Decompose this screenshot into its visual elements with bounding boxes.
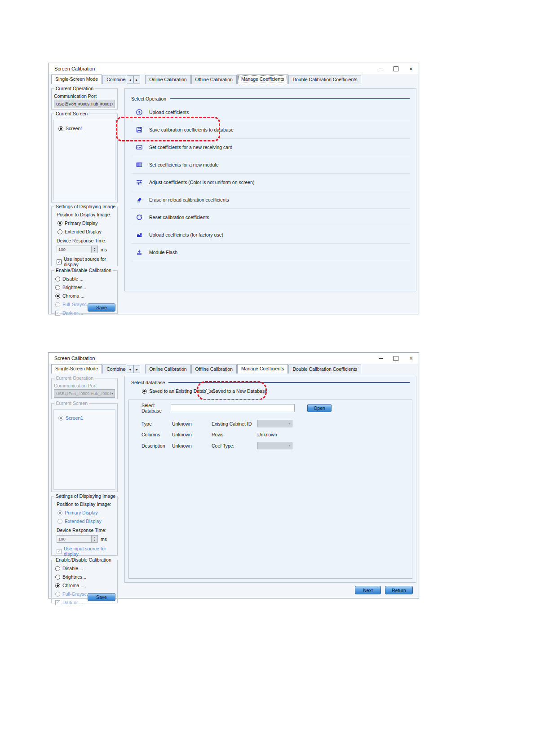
tab-manage-coefficients[interactable]: Manage Coefficients [237,364,288,374]
operation-module-flash[interactable]: Module Flash [131,244,410,261]
current-operation-group: Current Operation Communication Port USB… [51,88,118,110]
close-button[interactable]: ✕ [403,353,419,364]
brightness-radio[interactable] [55,575,60,580]
operation-set-coefficients-receiving-card[interactable]: Set coefficients for a new receiving car… [131,139,410,156]
settings-displaying-image-group: Settings of Displaying Image Position to… [51,496,118,556]
communication-port-label: Communication Port [54,93,115,99]
disable-radio[interactable] [55,566,60,571]
tab-online-calibration[interactable]: Online Calibration [145,365,190,374]
save-button[interactable]: Save [88,593,115,601]
tab-single-screen-mode[interactable]: Single-Screen Mode [51,364,102,374]
operation-label: Upload coefficinets (for factory use) [149,232,223,237]
operation-set-coefficients-module[interactable]: Set coefficients for a new module [131,156,410,174]
reset-circular-arrow-icon [136,214,143,221]
manage-coefficients-panel: Select Operation Upload coefficients Sav… [124,88,416,291]
return-button[interactable]: Return [385,586,413,594]
chroma-radio[interactable] [55,583,60,588]
response-time-value [57,536,91,542]
response-time-value[interactable] [57,246,91,253]
operation-label: Upload coefficients [149,110,189,115]
existing-database-radio[interactable] [142,389,147,394]
operation-reset-coefficients[interactable]: Reset calibration coefficients [131,209,410,226]
existing-cabinet-id-select: ▾ [257,420,292,427]
check-icon: ✓ [56,601,60,605]
full-grayscale-label: Full-Graysc.. [62,591,89,597]
communication-port-select[interactable]: USB@Port_#0009.Hub_#0001 ▾ [54,100,115,108]
minimize-button[interactable] [373,353,388,364]
operation-save-coefficients-to-database[interactable]: Save calibration coefficients to databas… [131,121,410,139]
settings-displaying-image-group: Settings of Displaying Image Position to… [51,207,118,266]
tab-double-calibration-coefficients[interactable]: Double Calibration Coefficients [288,365,361,374]
existing-database-option[interactable]: Saved to an Existing Database [142,388,214,394]
tab-scroll-left-button[interactable]: ◀ [127,75,133,84]
eraser-icon [136,196,143,203]
tab-combined-screen-mode[interactable]: Combined-Sc [102,75,126,84]
device-response-label: Device Response Time: [57,527,115,533]
title-bar[interactable]: Screen Calibration ✕ [49,63,419,74]
operation-label: Set coefficients for a new receiving car… [149,145,232,150]
database-path-input[interactable] [171,404,295,412]
maximize-button[interactable] [388,353,403,364]
response-time-input: ▴▾ [57,535,98,543]
response-time-input[interactable]: ▴▾ [57,246,98,253]
description-label: Description [141,443,172,448]
rows-value: Unknown [257,432,277,437]
group-title: Enable/Disable Calibration [54,268,113,273]
window-controls: ✕ [373,63,419,74]
full-grayscale-radio[interactable] [55,302,60,307]
tab-scroll-right-button[interactable]: ▶ [133,75,140,84]
factory-upload-icon [136,231,143,238]
operation-upload-coefficients-factory[interactable]: Upload coefficinets (for factory use) [131,226,410,244]
use-input-source-label: Use input source for display [64,256,115,267]
group-title: Current Operation [54,375,95,381]
minimize-icon [379,358,383,359]
new-database-option[interactable]: Saved to a New Database [205,388,267,394]
operation-erase-reload-coefficients[interactable]: Erase or reload calibration coefficients [131,191,410,209]
save-floppy-icon [136,126,143,133]
tab-manage-coefficients[interactable]: Manage Coefficients [237,75,288,84]
chevron-down-icon: ▾ [111,102,113,106]
primary-display-label: Primary Display [65,510,98,515]
new-database-radio[interactable] [205,389,210,394]
tab-offline-calibration[interactable]: Offline Calibration [191,365,237,374]
operation-upload-coefficients[interactable]: Upload coefficients [131,104,410,121]
tab-double-calibration-coefficients[interactable]: Double Calibration Coefficients [288,75,361,84]
select-database-row: Select Database Open [141,404,412,413]
communication-port-select: USB@Port_#0009.Hub_#0001 ▾ [54,389,115,398]
minimize-button[interactable] [373,63,388,74]
operation-label: Adjust coefficients (Color is not unifor… [149,180,254,185]
open-button[interactable]: Open [307,404,332,412]
use-input-source-checkbox[interactable]: ✓ [57,259,62,264]
tab-online-calibration[interactable]: Online Calibration [145,75,190,84]
primary-display-radio[interactable] [57,221,62,226]
dark-checkbox: ✓ [55,600,60,605]
description-row: Description Unknown Coef Type: ▾ [141,442,412,449]
dark-checkbox[interactable]: ✓ [55,311,60,316]
check-icon: ✓ [57,260,61,264]
tab-scroll-left-button[interactable]: ◀ [127,365,133,373]
window-title: Screen Calibration [54,356,95,361]
spinner-buttons[interactable]: ▴▾ [91,246,97,253]
brightness-radio[interactable] [55,285,60,290]
sidebar: Current Operation Communication Port USB… [51,84,118,312]
tab-single-screen-mode[interactable]: Single-Screen Mode [51,75,102,84]
chroma-radio[interactable] [55,294,60,299]
disable-radio[interactable] [55,277,60,281]
chevron-down-icon: ▾ [111,392,113,396]
next-button[interactable]: Next [355,586,381,594]
maximize-button[interactable] [388,63,403,74]
save-button[interactable]: Save [88,303,115,312]
operation-adjust-coefficients[interactable]: Adjust coefficients (Color is not unifor… [131,174,410,191]
extended-display-radio[interactable] [57,229,62,234]
screen1-radio[interactable] [58,126,63,131]
group-title: Current Operation [54,86,95,91]
tab-offline-calibration[interactable]: Offline Calibration [191,75,237,84]
title-bar[interactable]: Screen Calibration ✕ [49,353,419,364]
operation-label: Erase or reload calibration coefficients [149,197,229,202]
tab-combined-screen-mode[interactable]: Combined-Sc [102,365,126,374]
enable-disable-calibration-group: Enable/Disable Calibration Disable ... B… [51,560,118,603]
tab-scroll-right-button[interactable]: ▶ [133,365,140,373]
close-button[interactable]: ✕ [403,63,419,74]
tab-strip: Single-Screen Mode Combined-Sc ◀ ▶ Onlin… [51,364,418,374]
left-arrow-icon: ◀ [129,78,131,81]
